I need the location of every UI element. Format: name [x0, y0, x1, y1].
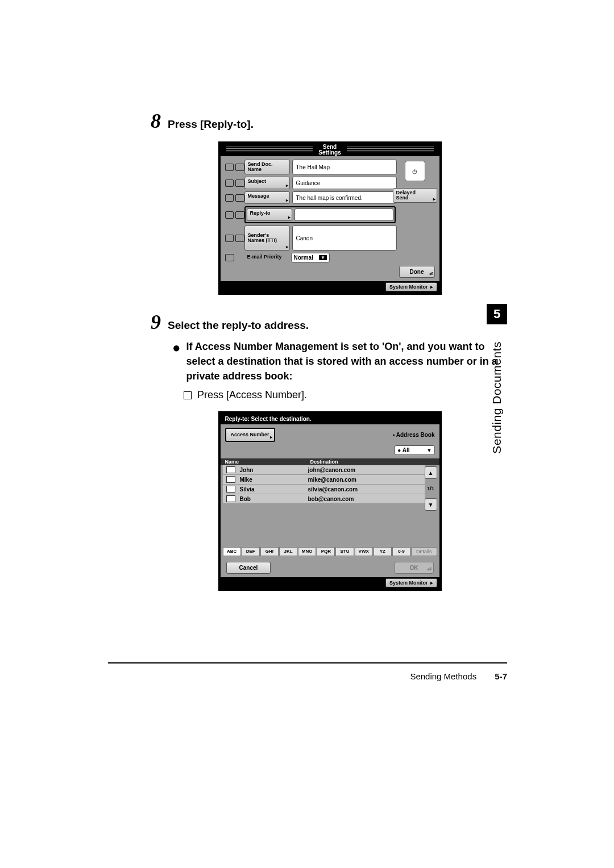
chevron-right-icon: ▸ — [286, 183, 288, 188]
list-item-name: Mike — [240, 477, 308, 483]
chevron-right-icon: ▸ — [288, 215, 291, 220]
index-tab[interactable]: YZ — [374, 547, 392, 556]
step-9-condition: ● If Access Number Management is set to … — [172, 339, 509, 383]
step-9-action: Press [Access Number]. — [184, 389, 509, 401]
col-name: Name — [225, 459, 310, 465]
cancel-button[interactable]: Cancel — [226, 562, 271, 574]
delayed-send-button[interactable]: Delayed Send ▸ — [393, 188, 437, 203]
list-item-name: Silvia — [240, 486, 308, 493]
message-value: The hall map is confirmed. — [292, 191, 397, 204]
done-button[interactable]: Done ⏎ — [399, 266, 435, 278]
envelope-icon — [226, 466, 235, 473]
chapter-title: Sending Documents — [490, 341, 504, 454]
chevron-right-icon: ▸ — [433, 197, 435, 202]
list-item-dest: john@canon.com — [308, 467, 356, 473]
ok-button[interactable]: OK ⏎ — [395, 562, 434, 574]
footer-page: 5-7 — [495, 671, 507, 681]
page-indicator: 1/1 — [427, 486, 434, 491]
reply-to-button[interactable]: Reply-to ▸ — [247, 208, 292, 221]
chevron-right-icon: ▸ — [286, 198, 288, 203]
index-tab[interactable]: STU — [335, 547, 354, 556]
chevron-right-icon: ▸ — [430, 284, 433, 290]
bullet-text: If Access Number Management is set to 'O… — [186, 339, 509, 383]
chevron-right-icon: ▸ — [270, 435, 272, 440]
screenshot-send-settings: Send Settings ◷ Delayed Send ▸ Send Doc.… — [218, 141, 442, 295]
list-item-dest: bob@canon.com — [308, 496, 354, 502]
chevron-right-icon: ▸ — [286, 245, 288, 249]
subject-value: Guidance — [292, 177, 397, 189]
scroll-down-button[interactable]: ▼ — [425, 498, 437, 511]
email-priority-dropdown[interactable]: Normal ▼ — [291, 253, 330, 262]
step-8-num: 8 — [151, 111, 161, 131]
bullet-icon: ● — [172, 339, 181, 354]
index-tab[interactable]: 0-9 — [392, 547, 410, 556]
list-item[interactable]: Bobbob@canon.com — [223, 494, 425, 504]
footer-rule — [108, 662, 507, 663]
index-tab[interactable]: MNO — [298, 547, 316, 556]
reply-to-select-title: Reply-to: Select the destination. — [221, 414, 439, 424]
list-item-name: Bob — [240, 496, 308, 502]
send-doc-name-value: The Hall Map — [292, 160, 397, 174]
senders-names-button[interactable]: Sender's Names (TTI) ▸ — [244, 226, 290, 251]
chevron-down-icon: ▼ — [427, 448, 432, 453]
list-item-name: John — [240, 467, 308, 473]
clock-icon: ◷ — [405, 161, 425, 181]
return-icon: ⏎ — [428, 567, 432, 572]
index-tab[interactable]: ABC — [223, 547, 241, 556]
checkbox-icon — [184, 391, 192, 399]
index-tab[interactable]: PQR — [317, 547, 335, 556]
step-9-title: Select the reply-to address. — [168, 317, 309, 332]
details-button[interactable]: Details — [411, 547, 437, 556]
index-tab[interactable]: DEF — [242, 547, 260, 556]
step-8-title: Press [Reply-to]. — [168, 116, 254, 131]
footer: Sending Methods 5-7 — [0, 671, 507, 681]
email-priority-label: E-mail Priority — [244, 253, 289, 262]
index-tab[interactable]: GHI — [260, 547, 279, 556]
index-tab[interactable]: VWX — [355, 547, 373, 556]
send-doc-name-button[interactable]: Send Doc. Name — [244, 160, 290, 174]
footer-section: Sending Methods — [410, 671, 476, 681]
list-item[interactable]: Mikemike@canon.com — [223, 475, 425, 485]
system-monitor-button[interactable]: System Monitor ▸ — [385, 282, 437, 291]
chevron-down-icon: ▼ — [319, 255, 327, 260]
envelope-icon — [226, 495, 235, 502]
chapter-tab: 5 Sending Documents — [487, 304, 507, 454]
message-button[interactable]: Message ▸ — [244, 191, 290, 204]
senders-names-value: Canon — [292, 226, 397, 251]
step-9: 9 Select the reply-to address. — [151, 312, 509, 332]
row-icons — [225, 160, 244, 174]
list-item-dest: mike@canon.com — [308, 477, 356, 483]
reply-to-value — [294, 208, 393, 221]
send-settings-title: Send Settings — [221, 144, 439, 156]
system-monitor-button[interactable]: System Monitor ▸ — [385, 578, 437, 587]
page-body: 8 Press [Reply-to]. Send Settings ◷ Dela… — [151, 111, 509, 608]
reply-to-highlight: Reply-to ▸ — [244, 206, 396, 223]
address-book-dropdown[interactable]: ● All ▼ — [395, 445, 434, 455]
chevron-right-icon: ▸ — [430, 580, 433, 586]
return-icon: ⏎ — [429, 272, 433, 277]
list-header: Name Destination — [221, 458, 439, 465]
list-item-dest: silvia@canon.com — [308, 486, 358, 493]
list-item[interactable]: Silviasilvia@canon.com — [223, 485, 425, 494]
col-destination: Destination — [310, 459, 338, 465]
subject-button[interactable]: Subject ▸ — [244, 177, 290, 189]
step-9-num: 9 — [151, 312, 161, 332]
checkbox-text: Press [Access Number]. — [197, 389, 307, 401]
envelope-icon — [226, 476, 235, 483]
scroll-up-button[interactable]: ▲ — [425, 466, 437, 479]
list-item[interactable]: Johnjohn@canon.com — [223, 465, 425, 475]
chapter-number: 5 — [487, 304, 507, 324]
title-bottom: Settings — [318, 150, 341, 156]
address-book-label: ▪ Address Book — [393, 432, 435, 438]
screenshot-select-destination: Reply-to: Select the destination. Access… — [218, 411, 442, 591]
step-8: 8 Press [Reply-to]. — [151, 111, 509, 131]
index-tab[interactable]: JKL — [279, 547, 297, 556]
access-number-button[interactable]: Access Number ▸ — [225, 428, 275, 442]
envelope-icon — [226, 486, 235, 493]
